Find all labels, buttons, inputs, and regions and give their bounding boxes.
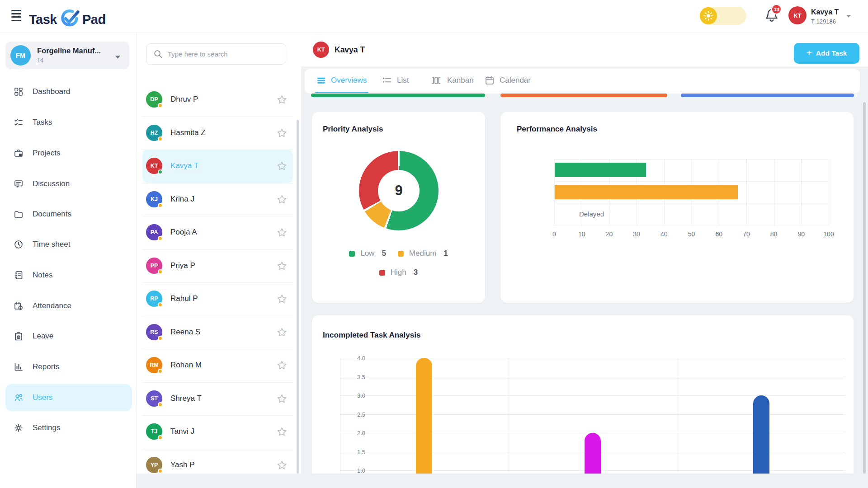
sun-icon <box>700 7 717 24</box>
grid-line <box>554 159 829 160</box>
brand-part1: Task <box>29 12 57 27</box>
user-row-reena-s[interactable]: RS Reena S <box>142 316 293 349</box>
org-selector[interactable]: FM Forgeline Manuf... 14 <box>5 42 129 69</box>
user-status-dot <box>158 469 163 474</box>
user-row-rahul-p[interactable]: RP Rahul P <box>142 282 293 316</box>
main-scrollbar[interactable] <box>863 102 866 474</box>
legend-label-medium: Medium <box>409 249 436 258</box>
user-name: Dhruv P <box>170 95 198 104</box>
tab-label: List <box>397 76 409 85</box>
user-row-kavya-t[interactable]: KT Kavya T <box>142 150 293 183</box>
user-row-pooja-a[interactable]: PA Pooja A <box>142 216 293 249</box>
x-tick-label: 20 <box>600 230 618 238</box>
x-tick-label: 10 <box>573 230 591 238</box>
add-task-button[interactable]: + Add Task <box>794 43 859 64</box>
sidebar-item-leave[interactable]: Leave <box>0 326 137 346</box>
user-row-yash-p[interactable]: YP Yash P <box>142 449 293 482</box>
topbar-user-name[interactable]: Kavya T <box>811 8 839 16</box>
reports-icon <box>14 362 24 372</box>
user-list-scrollbar[interactable] <box>297 120 299 474</box>
notifications-button[interactable]: 13 <box>764 8 782 26</box>
user-status-dot <box>158 103 163 108</box>
sidebar-item-attendance[interactable]: Attendance <box>0 296 137 316</box>
perf-category-label: Delayed <box>550 210 604 218</box>
attendance-icon <box>14 301 24 311</box>
user-status-dot <box>158 169 163 174</box>
sidebar-item-projects[interactable]: Projects <box>0 143 137 163</box>
star-icon[interactable] <box>277 427 287 439</box>
perf-bar-on-track <box>555 163 646 177</box>
sidebar-item-users[interactable]: Users <box>0 388 137 408</box>
sidebar-item-reports[interactable]: Reports <box>0 357 137 377</box>
x-tick-label: 60 <box>710 230 728 238</box>
sidebar-item-dashboard[interactable]: Dashboard <box>0 82 137 102</box>
user-name: Pooja A <box>170 228 197 237</box>
notification-badge: 13 <box>771 4 782 14</box>
star-icon[interactable] <box>277 227 287 239</box>
user-name: Hasmita Z <box>170 128 205 137</box>
timesheet-icon <box>14 239 24 249</box>
legend-chip-low <box>349 251 355 257</box>
stat-card-strip-blue <box>681 94 854 97</box>
legend-chip-high <box>379 270 385 276</box>
star-icon[interactable] <box>277 128 287 140</box>
star-icon[interactable] <box>277 294 287 306</box>
user-row-tanvi-j[interactable]: TJ Tanvi J <box>142 415 293 449</box>
notes-icon <box>14 270 24 280</box>
star-icon[interactable] <box>277 460 287 472</box>
hamburger-menu-icon[interactable] <box>11 10 21 23</box>
view-tabs: Overviews List Kanban Calendar <box>305 69 860 94</box>
user-row-priya-p[interactable]: PP Priya P <box>142 249 293 283</box>
grid-line <box>829 159 829 225</box>
sidebar-item-label: Discussion <box>33 179 70 188</box>
sidebar-item-label: Tasks <box>33 118 52 127</box>
grid-line <box>554 203 829 203</box>
search-input[interactable] <box>168 50 276 58</box>
main-header: KT Kavya T + Add Task <box>301 33 868 66</box>
star-icon[interactable] <box>277 161 287 173</box>
brand-part2: Pad <box>82 12 106 27</box>
star-icon[interactable] <box>277 327 287 339</box>
sidebar-item-settings[interactable]: Settings <box>0 418 137 438</box>
user-menu-caret-icon[interactable] <box>846 11 851 19</box>
tab-calendar[interactable]: Calendar <box>485 69 531 92</box>
dashboard-icon <box>14 87 24 97</box>
star-icon[interactable] <box>277 360 287 372</box>
user-row-krina-j[interactable]: KJ Krina J <box>142 183 293 216</box>
sidebar-item-label: Users <box>33 393 52 402</box>
sidebar-item-label: Notes <box>33 271 52 280</box>
y-tick-label: 3.0 <box>347 392 365 399</box>
sidebar-item-notes[interactable]: Notes <box>0 265 137 285</box>
page-title: Kavya T <box>335 45 365 55</box>
sidebar-item-time-sheet[interactable]: Time sheet <box>0 235 137 254</box>
perf-bar-before-time <box>555 185 738 199</box>
tab-overviews[interactable]: Overviews <box>316 69 367 92</box>
overview-icon <box>316 75 326 85</box>
x-tick-label: 80 <box>765 230 783 238</box>
user-name: Rohan M <box>170 361 202 370</box>
sidebar-item-documents[interactable]: Documents <box>0 204 137 224</box>
x-tick-label: 100 <box>820 230 838 238</box>
legend-value-low: 5 <box>382 249 386 258</box>
star-icon[interactable] <box>277 394 287 406</box>
topbar-user-avatar[interactable]: KT <box>788 6 807 24</box>
donut-total: 9 <box>395 183 402 199</box>
incompleted-bar-chart: 4.03.53.02.52.01.51.0 <box>340 358 845 474</box>
star-icon[interactable] <box>277 261 287 273</box>
legend-chip-medium <box>398 251 404 257</box>
user-row-dhruv-p[interactable]: DP Dhruv P <box>142 83 293 117</box>
user-row-shreya-t[interactable]: ST Shreya T <box>142 382 293 416</box>
incompleted-bar-1 <box>585 433 601 474</box>
priority-donut-chart: 9 <box>359 151 439 230</box>
star-icon[interactable] <box>277 194 287 206</box>
tab-kanban[interactable]: Kanban <box>430 69 474 92</box>
performance-bar-chart: On TrackBefore TimeDelayed01020304050607… <box>554 159 829 225</box>
sidebar-item-discussion[interactable]: Discussion <box>0 174 137 194</box>
user-row-rohan-m[interactable]: RM Rohan M <box>142 349 293 382</box>
user-row-hasmita-z[interactable]: HZ Hasmita Z <box>142 117 293 150</box>
star-icon[interactable] <box>277 94 287 107</box>
sidebar-item-tasks[interactable]: Tasks <box>0 113 137 132</box>
performance-analysis-card: Performance Analysis On TrackBefore Time… <box>500 112 854 303</box>
tab-list[interactable]: List <box>382 69 409 92</box>
theme-toggle[interactable] <box>699 7 746 25</box>
